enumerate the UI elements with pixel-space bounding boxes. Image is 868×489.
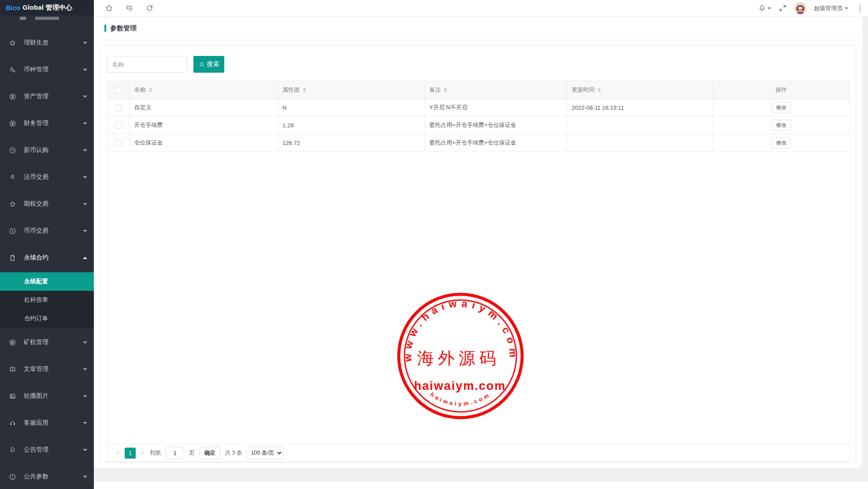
goto-page-input[interactable] bbox=[166, 447, 184, 459]
breadcrumb: 参数管理 bbox=[94, 17, 862, 40]
sidebar-submenu: 永续配置杠杆倍率合约订单 bbox=[0, 272, 94, 328]
column-header-1: 属性值 bbox=[278, 81, 425, 99]
sidebar-item-8[interactable]: 永续合约 bbox=[0, 249, 94, 267]
image-icon bbox=[9, 393, 16, 400]
sidebar-item-label: 矿机管理 bbox=[24, 338, 83, 346]
prev-page-button[interactable]: ‹ bbox=[115, 449, 120, 457]
column-header-0: 名称 bbox=[130, 81, 278, 99]
sidebar-item-6[interactable]: 期权交易 bbox=[0, 195, 94, 213]
chevron-down-icon bbox=[83, 122, 87, 125]
sidebar-subitem-8-2[interactable]: 合约订单 bbox=[0, 309, 94, 328]
row-checkbox[interactable] bbox=[115, 122, 122, 129]
column-header-2: 备注 bbox=[425, 81, 567, 99]
sidebar-item-label: 客服应用 bbox=[24, 419, 83, 427]
sidebar-item-14[interactable]: 公共参数 bbox=[0, 468, 94, 485]
sort-icon[interactable] bbox=[303, 88, 306, 92]
partial-icon-fragment bbox=[20, 17, 26, 20]
fullscreen-icon[interactable] bbox=[779, 4, 787, 12]
table-row: 仓位保证金126.72委托占用=开仓手续费+仓位保证金修改 bbox=[108, 134, 849, 152]
user-name: 超级管理员 bbox=[814, 4, 842, 12]
bell-icon bbox=[9, 446, 16, 454]
user-menu[interactable]: 超级管理员 bbox=[814, 4, 848, 12]
column-header-4: 操作 bbox=[713, 81, 849, 99]
page-size-select[interactable]: 100 条/页 bbox=[247, 447, 283, 459]
sidebar-item-11[interactable]: 轮播图片 bbox=[0, 387, 94, 405]
book-icon bbox=[9, 366, 16, 373]
sidebar-item-4[interactable]: 新币认购 bbox=[0, 141, 94, 159]
chevron-down-icon bbox=[83, 42, 87, 44]
partial-label-fragment bbox=[35, 17, 59, 20]
cell-remark: Y开启 N不开启 bbox=[425, 99, 567, 116]
sidebar-item-1[interactable]: 币种管理 bbox=[0, 61, 94, 78]
chevron-down-icon bbox=[83, 341, 87, 344]
sidebar-item-2[interactable]: 资产管理 bbox=[0, 88, 94, 105]
sidebar-item-5[interactable]: 法币交易 bbox=[0, 168, 94, 186]
pagination-bar: ‹ 1 › 到第 页 确定 共 3 条 100 条/页 bbox=[108, 444, 849, 462]
column-label: 更新时间 bbox=[571, 86, 594, 93]
yen-circle-icon bbox=[9, 120, 16, 127]
sidebar-item-label: 资产管理 bbox=[24, 93, 83, 100]
next-page-button[interactable]: › bbox=[141, 449, 145, 457]
edit-button[interactable]: 修改 bbox=[772, 102, 791, 113]
sidebar-item-10[interactable]: 文章管理 bbox=[0, 360, 94, 378]
select-all-checkbox[interactable] bbox=[115, 86, 122, 93]
sidebar-item-9[interactable]: 矿机管理 bbox=[0, 333, 94, 351]
chevron-down-icon bbox=[83, 368, 87, 370]
sidebar: Bico Global 管理中心 理财生息币种管理资产管理财务管理新币认购法币交… bbox=[0, 0, 94, 489]
sidebar-item-13[interactable]: 公告管理 bbox=[0, 441, 94, 459]
sidebar-subitem-8-1[interactable]: 杠杆倍率 bbox=[0, 291, 94, 309]
star-icon bbox=[9, 200, 16, 208]
edit-button[interactable]: 修改 bbox=[772, 120, 791, 131]
sidebar-item-label: 轮播图片 bbox=[24, 392, 83, 400]
sort-icon[interactable] bbox=[149, 88, 152, 92]
home-icon[interactable] bbox=[105, 4, 113, 12]
table-row: 自定义NY开启 N不开启2022-08-11 16:19:11修改 bbox=[108, 99, 849, 116]
topbar: 超级管理员 bbox=[94, 0, 868, 17]
sort-icon[interactable] bbox=[444, 88, 447, 92]
edit-button[interactable]: 修改 bbox=[772, 137, 791, 148]
sort-icon[interactable] bbox=[597, 88, 601, 92]
cell-value: 126.72 bbox=[278, 134, 425, 152]
params-table: 名称属性值备注更新时间操作 自定义NY开启 N不开启2022-08-11 16:… bbox=[108, 81, 849, 152]
sidebar-item-12[interactable]: 客服应用 bbox=[0, 414, 94, 432]
row-checkbox[interactable] bbox=[115, 139, 122, 146]
bottom-spacer bbox=[94, 482, 868, 489]
cell-updated: 2022-08-11 16:19:11 bbox=[567, 99, 713, 116]
chevron-down-icon bbox=[83, 203, 87, 205]
column-label: 名称 bbox=[134, 86, 146, 93]
chevron-down-icon bbox=[83, 449, 87, 451]
sidebar-item-label: 新币认购 bbox=[24, 146, 83, 154]
cell-name: 开仓手续费 bbox=[130, 116, 278, 134]
search-button[interactable]: 搜索 bbox=[193, 56, 224, 73]
row-checkbox[interactable] bbox=[115, 104, 122, 111]
search-input[interactable] bbox=[107, 56, 187, 73]
sidebar-item-label: 期权交易 bbox=[24, 200, 83, 208]
dots-vertical-icon[interactable] bbox=[856, 4, 864, 12]
cell-updated bbox=[567, 134, 713, 152]
goto-confirm-button[interactable]: 确定 bbox=[200, 447, 220, 459]
column-label: 属性值 bbox=[282, 86, 300, 93]
search-icon bbox=[199, 61, 205, 68]
sidebar-item-7[interactable]: 币币交易 bbox=[0, 222, 94, 240]
chevron-down-icon bbox=[83, 395, 87, 397]
sidebar-item-3[interactable]: 财务管理 bbox=[0, 115, 94, 132]
cell-remark: 委托占用=开仓手续费+仓位保证金 bbox=[425, 134, 567, 152]
chevron-down-icon bbox=[83, 422, 87, 424]
topbar-left-icons bbox=[94, 4, 154, 12]
avatar[interactable] bbox=[794, 2, 806, 14]
logo-rest: Global 管理中心 bbox=[22, 4, 72, 12]
refresh-icon[interactable] bbox=[145, 4, 154, 12]
flame-icon bbox=[9, 174, 16, 181]
collapse-menu-icon[interactable] bbox=[125, 4, 134, 12]
sidebar-item-label: 法币交易 bbox=[24, 173, 83, 181]
sidebar-subitem-8-0[interactable]: 永续配置 bbox=[0, 272, 94, 291]
sidebar-item-label: 财务管理 bbox=[24, 119, 83, 127]
sidebar-item-label: 理财生息 bbox=[24, 39, 83, 47]
sidebar-item-label: 永续合约 bbox=[24, 254, 83, 262]
chevron-down-icon bbox=[83, 149, 87, 152]
cell-remark: 委托占用=开仓手续费+仓位保证金 bbox=[425, 116, 567, 134]
sidebar-item-0[interactable]: 理财生息 bbox=[0, 34, 94, 52]
notifications-button[interactable] bbox=[758, 4, 771, 12]
current-page-button[interactable]: 1 bbox=[125, 448, 136, 459]
sidebar-item-partial[interactable] bbox=[0, 15, 94, 20]
